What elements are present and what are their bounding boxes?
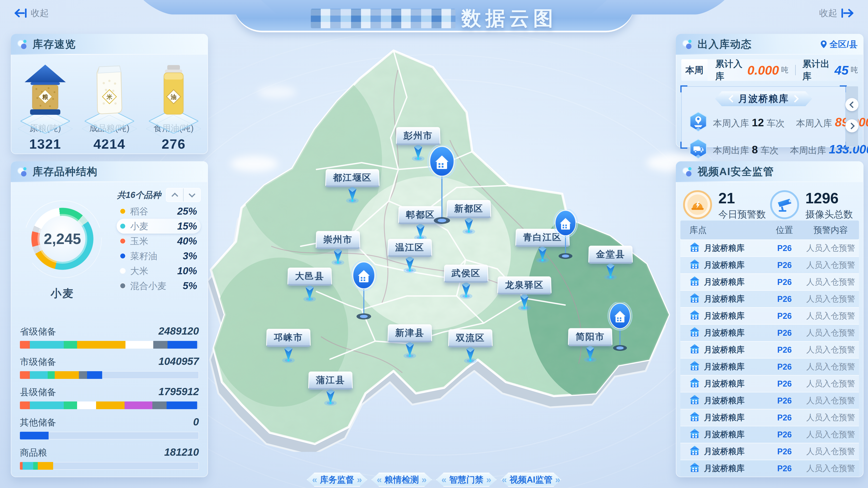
tab-this-week[interactable]: 本周 — [681, 59, 708, 81]
alert-table-row[interactable]: 月波桥粮库 P26 人员入仓预警 — [680, 273, 859, 290]
alert-table-row[interactable]: 月波桥粮库 P26 人员入仓预警 — [680, 239, 859, 256]
alert-location: P26 — [767, 379, 802, 389]
legend-row[interactable]: 混合小麦 5% — [117, 278, 201, 293]
alarm-icon — [683, 190, 712, 221]
map-label-district[interactable]: 金堂县 — [588, 246, 633, 264]
alert-site: 月波桥粮库 — [704, 412, 745, 423]
alert-table-row[interactable]: 月波桥粮库 P26 人员入仓预警 — [680, 375, 859, 392]
alert-table-row[interactable]: 月波桥粮库 P26 人员入仓预警 — [680, 324, 859, 341]
warehouse-marker[interactable] — [551, 209, 580, 269]
page-title-text: 数据云图 — [461, 5, 557, 32]
alert-content: 人员入仓预警 — [802, 429, 859, 440]
legend-row[interactable]: 大米 10% — [117, 263, 201, 278]
panel-variety-structure: 库存品种结构 共16个品种 2,245 小麦 稻谷 25% 小麦 15% 玉米 … — [11, 161, 208, 477]
region-selector[interactable]: 全区/县 — [820, 39, 858, 50]
alert-table-row[interactable]: 月波桥粮库 P26 人员入仓预警 — [680, 341, 859, 358]
map-label-district[interactable]: 双流区 — [448, 329, 493, 348]
legend-row[interactable]: 稻谷 25% — [117, 204, 201, 219]
warehouse-marker[interactable] — [606, 302, 634, 361]
alert-location: P26 — [767, 396, 802, 405]
alert-table-row[interactable]: 月波桥粮库 P26 人员入仓预警 — [680, 392, 859, 409]
alert-table-row[interactable]: 月波桥粮库 P26 人员入仓预警 — [680, 307, 859, 324]
alert-table-row[interactable]: 月波桥粮库 P26 人员入仓预警 — [680, 290, 859, 307]
map-label-district[interactable]: 武侯区 — [444, 265, 489, 283]
bar-segment — [64, 341, 77, 349]
alert-table-row[interactable]: 月波桥粮库 P26 人员入仓预警 — [680, 358, 859, 375]
collapse-left-button[interactable]: 收起 — [13, 7, 49, 19]
house-icon — [689, 394, 700, 407]
alert-content: 人员入仓预警 — [802, 463, 859, 474]
alert-location: P26 — [767, 243, 802, 253]
legend-name: 混合小麦 — [130, 280, 166, 292]
ai-stat-value: 21 — [718, 190, 766, 207]
trips-value: 12 — [752, 116, 764, 129]
map-label-district[interactable]: 都江堰区 — [325, 169, 379, 187]
reserve-bar-track — [20, 432, 199, 440]
alert-site: 月波桥粮库 — [704, 463, 745, 474]
map-label-district[interactable]: 温江区 — [388, 239, 432, 257]
legend-row[interactable]: 玉米 40% — [117, 234, 201, 249]
legend-color-dot — [120, 238, 125, 243]
stepper-up-button[interactable] — [166, 188, 183, 201]
collapse-right-button[interactable]: 收起 — [819, 7, 855, 19]
bottom-nav-button[interactable]: « 粮情检测 » — [371, 473, 432, 487]
double-chevron-right-icon: » — [422, 475, 427, 485]
map-pin-icon — [331, 248, 345, 267]
bar-segment — [79, 371, 87, 379]
reserve-bar: 商品粮 181210 — [20, 446, 199, 476]
map-label-district[interactable]: 大邑县 — [287, 268, 332, 286]
bar-segment — [30, 371, 48, 379]
house-icon — [689, 412, 700, 424]
title-redacted-text — [311, 9, 456, 28]
region-selector-label: 全区/县 — [829, 39, 858, 50]
warehouse-marker[interactable] — [425, 145, 459, 225]
map-pin-icon — [403, 256, 417, 275]
bar-segment — [20, 401, 30, 409]
panel-inventory-header: 库存速览 — [11, 34, 208, 55]
bottom-nav-button[interactable]: « 视频AI监管 » — [501, 473, 561, 487]
reserve-bar: 县级储备 1795912 — [20, 385, 199, 416]
cum-out-value: 45 — [835, 63, 848, 77]
alert-table-row[interactable]: 月波桥粮库 P26 人员入仓预警 — [680, 443, 859, 460]
bar-segment — [20, 432, 49, 440]
bottom-nav-button[interactable]: « 库务监督 » — [307, 473, 367, 487]
alert-table-row[interactable]: 月波桥粮库 P26 人员入仓预警 — [680, 426, 859, 443]
legend-name: 小麦 — [130, 220, 148, 232]
alert-table-row[interactable]: 月波桥粮库 P26 人员入仓预警 — [680, 256, 859, 273]
map-label-district[interactable]: 崇州市 — [316, 231, 360, 249]
legend-color-dot — [120, 268, 125, 273]
reserve-value: 181210 — [164, 446, 199, 458]
warehouse-marker[interactable] — [348, 261, 379, 327]
stepper-down-button[interactable] — [183, 188, 200, 201]
map-label-district[interactable]: 蒲江县 — [308, 372, 353, 390]
bottom-nav-button[interactable]: « 智慧门禁 » — [436, 473, 497, 487]
map-pin-icon — [535, 246, 550, 265]
legend-row[interactable]: 小麦 15% — [117, 219, 201, 234]
corner-bracket — [680, 142, 687, 149]
donut-center-label: 小麦 — [24, 286, 101, 301]
house-icon — [689, 344, 700, 356]
bar-segment — [30, 401, 64, 409]
carousel-next-button[interactable] — [845, 119, 859, 132]
panel-ai-header: 视频AI安全监管 — [676, 161, 864, 182]
variety-count-label: 共16个品种 — [117, 189, 161, 201]
carousel-rail — [846, 86, 858, 147]
map-label-district[interactable]: 邛崃市 — [266, 329, 311, 347]
bar-segment — [33, 462, 38, 470]
rice-bag-icon: 米 — [82, 63, 136, 119]
collapse-right-icon — [841, 8, 855, 19]
carousel-prev-button[interactable] — [845, 98, 859, 111]
map-pin-icon — [323, 389, 338, 408]
bar-segment — [152, 401, 166, 409]
map-label-district[interactable]: 龙泉驿区 — [497, 276, 552, 295]
bar-segment — [167, 341, 197, 349]
alert-table-row[interactable]: 月波桥粮库 P26 人员入仓预警 — [680, 460, 859, 477]
map-label-district[interactable]: 新津县 — [388, 324, 432, 343]
alert-site: 月波桥粮库 — [704, 378, 745, 389]
legend-percent: 3% — [183, 250, 197, 262]
legend-row[interactable]: 菜籽油 3% — [117, 249, 201, 263]
warehouse-card[interactable]: 月波桥粮库 本周入库 12 车次 本周入库 89.000 吨 — [681, 86, 846, 148]
panel-title: 出入库动态 — [698, 37, 752, 51]
map-label-district[interactable]: 彭州市 — [396, 127, 440, 145]
alert-table-row[interactable]: 月波桥粮库 P26 人员入仓预警 — [680, 409, 859, 426]
